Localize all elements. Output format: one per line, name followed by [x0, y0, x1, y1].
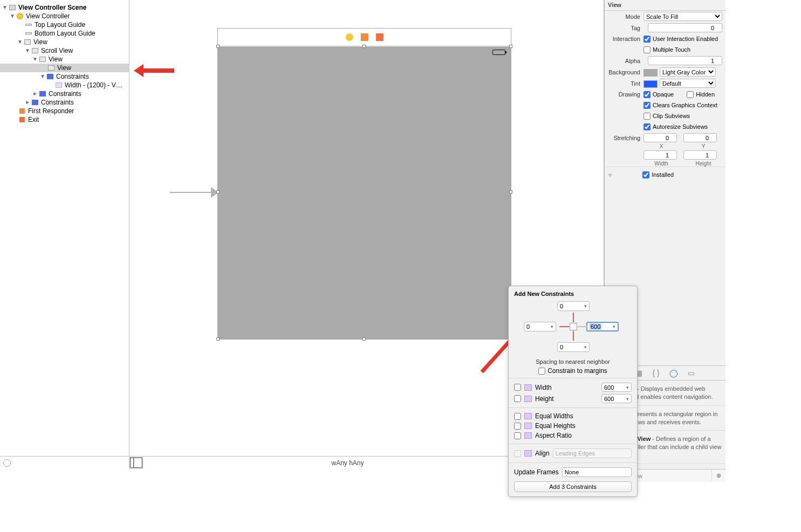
media-library-tab[interactable]: ▭	[688, 369, 695, 377]
stretch-w-field[interactable]	[643, 150, 677, 160]
hidden-checkbox[interactable]: Hidden	[687, 91, 715, 98]
clip-subviews-checkbox[interactable]: Clip Subviews	[643, 113, 722, 120]
library-clear-button[interactable]: ⊗	[711, 469, 725, 482]
outline-width-constraint[interactable]: Width - (1200) - V…	[0, 81, 129, 89]
outline-exit[interactable]: Exit	[0, 115, 129, 124]
opaque-checkbox[interactable]: Opaque	[643, 91, 674, 98]
equal-widths-row[interactable]: Equal Widths	[509, 411, 637, 421]
outline-constraints-inner[interactable]: ▼Constraints	[0, 72, 129, 81]
add-variation-button[interactable]: +	[608, 170, 612, 179]
height-constraint-row[interactable]: Height600▾	[509, 393, 637, 404]
mode-select[interactable]: Scale To Fill	[643, 12, 722, 21]
installed-checkbox[interactable]: Installed	[642, 171, 674, 178]
outline-toggle-button[interactable]	[129, 457, 143, 469]
user-interaction-checkbox[interactable]: User Interaction Enabled	[643, 36, 722, 43]
alpha-field[interactable]	[648, 56, 722, 65]
constrain-margins-checkbox[interactable]: Constrain to margins	[509, 367, 637, 375]
background-select[interactable]: Light Gray Color	[660, 67, 716, 77]
multiple-touch-checkbox[interactable]: Multiple Touch	[643, 46, 722, 53]
canvas-selected-view[interactable]	[218, 46, 511, 339]
leading-spacing-field[interactable]: 0▾	[524, 322, 556, 331]
stretch-h-field[interactable]	[683, 150, 717, 160]
add-constraints-button[interactable]: Add 3 Constraints	[514, 481, 632, 492]
canvas-scene-dock[interactable]	[218, 29, 511, 46]
first-responder-icon[interactable]	[361, 33, 368, 41]
code-snippets-tab[interactable]: { }	[652, 369, 659, 377]
pin-trailing-strut[interactable]	[578, 326, 587, 327]
canvas-view-controller[interactable]	[217, 28, 511, 340]
aspect-ratio-row[interactable]: Aspect Ratio	[509, 431, 637, 440]
update-frames-row[interactable]: Update FramesNone	[509, 466, 637, 478]
add-constraints-popover: Add New Constraints 0▾ 0▾ 600▾ 0▾ Spacin…	[508, 286, 638, 497]
inspector-header: View	[605, 0, 725, 11]
spacing-label: Spacing to nearest neighbor	[509, 358, 637, 365]
exit-icon[interactable]	[376, 33, 384, 41]
top-spacing-field[interactable]: 0▾	[557, 301, 590, 311]
bottom-spacing-field[interactable]: 0▾	[557, 342, 590, 352]
tint-swatch[interactable]	[643, 80, 658, 88]
outline-filter-bar[interactable]	[0, 456, 129, 469]
outline-content-view[interactable]: ▼View	[0, 55, 129, 64]
outline-scene[interactable]: ▼View Controller Scene	[0, 3, 129, 12]
battery-icon	[492, 50, 505, 55]
pin-leading-strut[interactable]	[559, 326, 569, 327]
outline-bottom-layout-guide[interactable]: Bottom Layout Guide	[0, 29, 129, 38]
outline-top-layout-guide[interactable]: Top Layout Guide	[0, 20, 129, 29]
outline-constraints-root[interactable]: ▼Constraints	[0, 98, 129, 107]
filter-icon	[3, 459, 11, 467]
size-class-indicator[interactable]: wAny hAny	[143, 459, 552, 467]
pin-bottom-strut[interactable]	[573, 331, 574, 341]
installed-row: +Installed	[605, 167, 725, 182]
vc-icon[interactable]	[346, 33, 353, 41]
autoresize-checkbox[interactable]: Autoresize Subviews	[643, 123, 722, 130]
outline-scroll-view[interactable]: ▼Scroll View	[0, 46, 129, 55]
outline-constraints-scroll[interactable]: ▼Constraints	[0, 89, 129, 98]
pin-center-icon	[570, 323, 577, 330]
annotation-arrow	[134, 66, 174, 77]
object-library-tab[interactable]: ◯	[669, 369, 678, 377]
outline-view-controller[interactable]: ▼View Controller	[0, 12, 129, 20]
stretch-y-field[interactable]	[683, 133, 717, 142]
stretch-x-field[interactable]	[643, 133, 677, 142]
background-swatch[interactable]	[643, 69, 658, 77]
clears-graphics-checkbox[interactable]: Clears Graphics Context	[643, 102, 722, 109]
panel-icon	[129, 456, 143, 469]
tag-field[interactable]	[648, 23, 722, 32]
outline-first-responder[interactable]: First Responder	[0, 107, 129, 115]
width-constraint-row[interactable]: Width600▾	[509, 382, 637, 393]
document-outline: ▼View Controller Scene ▼View Controller …	[0, 0, 129, 469]
tint-select[interactable]: Default	[660, 79, 716, 88]
outline-root-view[interactable]: ▼View	[0, 38, 129, 46]
popover-title: Add New Constraints	[509, 286, 637, 299]
outline-selected-view[interactable]: View	[0, 64, 129, 72]
svg-rect-0	[131, 458, 142, 468]
pin-top-strut[interactable]	[573, 313, 574, 322]
equal-heights-row[interactable]: Equal Heights	[509, 421, 637, 431]
trailing-spacing-field[interactable]: 600▾	[586, 322, 619, 331]
align-row[interactable]: AlignLeading Edges	[509, 447, 637, 459]
initial-vc-arrow	[170, 187, 218, 198]
